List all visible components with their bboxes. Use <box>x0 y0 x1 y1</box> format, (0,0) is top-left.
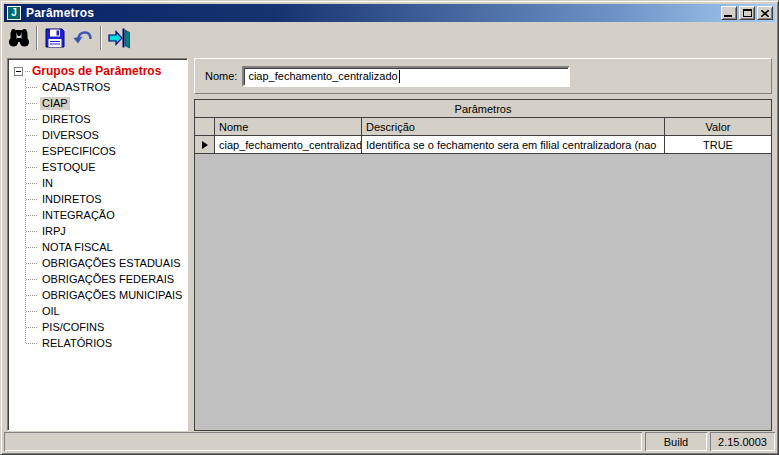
text-caret <box>399 70 400 83</box>
undo-arrow-icon <box>72 27 94 49</box>
parameters-grid: Parâmetros Nome Descrição Valor ciap_fec… <box>194 99 772 431</box>
title-bar[interactable]: J Parâmetros <box>4 4 775 22</box>
tree-item[interactable]: DIRETOS <box>12 111 185 127</box>
tree-item-label: IRPJ <box>40 225 68 238</box>
header-selector-cell <box>195 118 215 136</box>
current-row-arrow-icon <box>202 141 208 149</box>
exit-button[interactable] <box>105 24 133 52</box>
tree-item[interactable]: IRPJ <box>12 223 185 239</box>
tree-item-label: DIVERSOS <box>40 129 101 142</box>
tree-item-label: INTEGRAÇÃO <box>40 209 117 222</box>
toolbar-separator <box>36 26 38 50</box>
tree-item-label: CADASTROS <box>40 81 112 94</box>
window-title: Parâmetros <box>26 6 94 20</box>
tree-root-label: Grupos de Parâmetros <box>32 64 161 78</box>
save-button[interactable] <box>41 24 69 52</box>
cell-nome[interactable]: ciap_fechamento_centralizado <box>215 136 362 154</box>
table-row[interactable]: ciap_fechamento_centralizado Identifica … <box>195 136 771 154</box>
close-icon <box>761 10 769 17</box>
tree-item[interactable]: INDIRETOS <box>12 191 185 207</box>
column-header-nome[interactable]: Nome <box>215 118 362 136</box>
tree-item[interactable]: PIS/COFINS <box>12 319 185 335</box>
toolbar <box>5 22 774 54</box>
status-bar: Build 2.15.0003 <box>4 432 775 451</box>
tree-item[interactable]: CIAP <box>12 95 185 111</box>
tree-item-label: OIL <box>40 305 62 318</box>
tree-item[interactable]: OBRIGAÇÕES ESTADUAIS <box>12 255 185 271</box>
exit-door-icon <box>107 27 131 49</box>
grid-title: Parâmetros <box>195 100 771 118</box>
nome-input[interactable]: ciap_fechamento_centralizado <box>242 66 570 87</box>
tree-root-node[interactable]: Grupos de Parâmetros <box>12 63 185 79</box>
nome-label: Nome: <box>205 70 237 82</box>
maximize-icon <box>743 9 752 17</box>
tree-item-label: OBRIGAÇÕES ESTADUAIS <box>40 257 183 270</box>
status-version-cell: 2.15.0003 <box>710 432 775 451</box>
tree-item[interactable]: ESTOQUE <box>12 159 185 175</box>
tree-item[interactable]: OBRIGAÇÕES FEDERAIS <box>12 271 185 287</box>
status-build-cell: Build <box>645 432 707 451</box>
find-button[interactable] <box>5 24 33 52</box>
app-window: J Parâmetros <box>0 0 779 455</box>
tree-connector <box>25 71 30 72</box>
tree-item[interactable]: ESPECIFICOS <box>12 143 185 159</box>
tree-item[interactable]: CADASTROS <box>12 79 185 95</box>
maximize-button[interactable] <box>739 6 755 20</box>
parameter-groups-tree: Grupos de Parâmetros CADASTROS CIAP DIRE… <box>7 58 188 431</box>
tree-item-label: IN <box>40 177 55 190</box>
tree-item-label: NOTA FISCAL <box>40 241 115 254</box>
tree-item-label: PIS/COFINS <box>40 321 106 334</box>
tree-item-label: OBRIGAÇÕES FEDERAIS <box>40 273 176 286</box>
tree-item[interactable]: DIVERSOS <box>12 127 185 143</box>
column-header-descricao[interactable]: Descrição <box>362 118 665 136</box>
tree-item-label: CIAP <box>40 97 70 110</box>
cell-descricao[interactable]: Identifica se o fechamento sera em filia… <box>362 136 665 154</box>
grid-empty-area <box>195 154 771 430</box>
tree-item-label: RELATÓRIOS <box>40 337 114 350</box>
column-header-valor[interactable]: Valor <box>665 118 771 136</box>
tree-item[interactable]: OBRIGAÇÕES MUNICIPAIS <box>12 287 185 303</box>
toolbar-separator <box>100 26 102 50</box>
nome-input-value: ciap_fechamento_centralizado <box>248 70 397 82</box>
tree-item-label: OBRIGAÇÕES MUNICIPAIS <box>40 289 184 302</box>
tree-item[interactable]: RELATÓRIOS <box>12 335 185 351</box>
tree-item[interactable]: IN <box>12 175 185 191</box>
tree-children: CADASTROS CIAP DIRETOS DIVERSOS ESPECIFI… <box>12 79 185 351</box>
minimize-button[interactable] <box>721 6 737 20</box>
collapse-icon[interactable] <box>14 67 23 76</box>
status-message-cell <box>4 432 642 451</box>
undo-button[interactable] <box>69 24 97 52</box>
tree-item[interactable]: NOTA FISCAL <box>12 239 185 255</box>
tree-item-label: ESPECIFICOS <box>40 145 118 158</box>
tree-item[interactable]: OIL <box>12 303 185 319</box>
tree-item-label: INDIRETOS <box>40 193 104 206</box>
cell-valor[interactable]: TRUE <box>665 136 771 154</box>
tree-item-label: DIRETOS <box>40 113 93 126</box>
minimize-icon <box>724 15 732 17</box>
app-icon: J <box>7 6 21 20</box>
grid-header-row: Nome Descrição Valor <box>195 118 771 136</box>
floppy-disk-icon <box>44 27 66 49</box>
binoculars-icon <box>7 27 31 49</box>
row-selector-cell[interactable] <box>195 136 215 154</box>
tree-item-label: ESTOQUE <box>40 161 98 174</box>
nome-form-panel: Nome: ciap_fechamento_centralizado <box>194 58 772 94</box>
close-button[interactable] <box>757 6 773 20</box>
tree-item[interactable]: INTEGRAÇÃO <box>12 207 185 223</box>
